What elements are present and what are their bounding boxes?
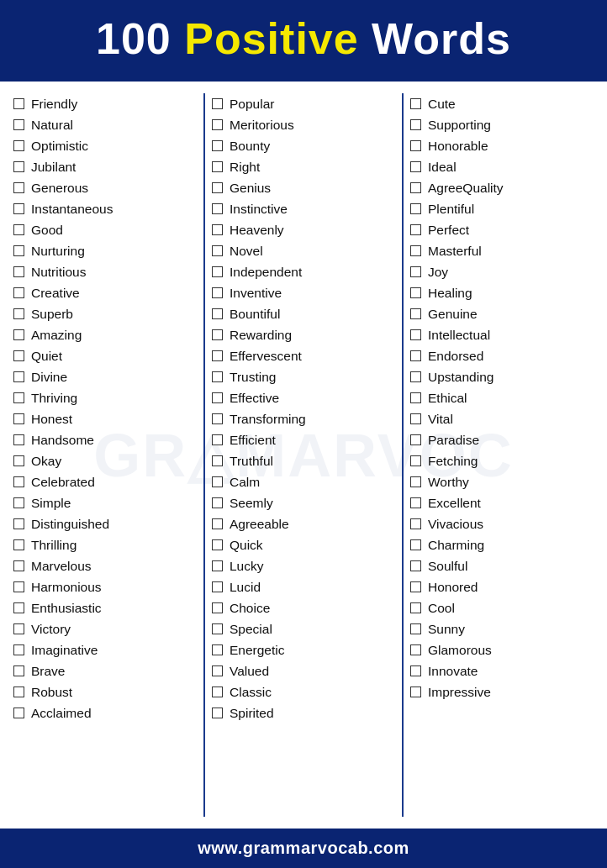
- checkbox-icon[interactable]: [410, 203, 421, 214]
- checkbox-icon[interactable]: [13, 518, 24, 529]
- checkbox-icon[interactable]: [410, 602, 421, 613]
- checkbox-icon[interactable]: [410, 434, 421, 445]
- checkbox-icon[interactable]: [410, 245, 421, 256]
- checkbox-icon[interactable]: [212, 287, 223, 298]
- checkbox-icon[interactable]: [212, 455, 223, 466]
- checkbox-icon[interactable]: [13, 287, 24, 298]
- checkbox-icon[interactable]: [13, 371, 24, 382]
- list-item: Honorable: [409, 135, 595, 156]
- checkbox-icon[interactable]: [13, 140, 24, 151]
- checkbox-icon[interactable]: [13, 350, 24, 361]
- checkbox-icon[interactable]: [410, 623, 421, 634]
- list-item: Efficient: [210, 429, 397, 450]
- checkbox-icon[interactable]: [410, 182, 421, 193]
- checkbox-icon[interactable]: [212, 623, 223, 634]
- checkbox-icon[interactable]: [410, 140, 421, 151]
- checkbox-icon[interactable]: [13, 560, 24, 571]
- checkbox-icon[interactable]: [410, 518, 421, 529]
- checkbox-icon[interactable]: [13, 224, 24, 235]
- checkbox-icon[interactable]: [212, 708, 223, 718]
- checkbox-icon[interactable]: [410, 413, 421, 424]
- checkbox-icon[interactable]: [410, 119, 421, 130]
- checkbox-icon[interactable]: [13, 161, 24, 172]
- checkbox-icon[interactable]: [410, 539, 421, 550]
- checkbox-icon[interactable]: [410, 665, 421, 676]
- word-label: Vivacious: [428, 517, 483, 532]
- list-item: Thrilling: [12, 534, 198, 555]
- checkbox-icon[interactable]: [13, 687, 24, 697]
- checkbox-icon[interactable]: [13, 413, 24, 424]
- checkbox-icon[interactable]: [212, 203, 223, 214]
- checkbox-icon[interactable]: [212, 245, 223, 256]
- checkbox-icon[interactable]: [13, 665, 24, 676]
- checkbox-icon[interactable]: [212, 497, 223, 508]
- checkbox-icon[interactable]: [410, 560, 421, 571]
- checkbox-icon[interactable]: [13, 581, 24, 592]
- checkbox-icon[interactable]: [13, 245, 24, 256]
- checkbox-icon[interactable]: [212, 581, 223, 592]
- checkbox-icon[interactable]: [410, 161, 421, 172]
- checkbox-icon[interactable]: [410, 308, 421, 319]
- list-item: Healing: [409, 282, 595, 303]
- checkbox-icon[interactable]: [13, 182, 24, 193]
- checkbox-icon[interactable]: [13, 308, 24, 319]
- checkbox-icon[interactable]: [13, 602, 24, 613]
- checkbox-icon[interactable]: [13, 329, 24, 340]
- checkbox-icon[interactable]: [410, 224, 421, 235]
- checkbox-icon[interactable]: [212, 539, 223, 550]
- checkbox-icon[interactable]: [212, 140, 223, 151]
- list-item: Lucid: [210, 576, 397, 597]
- checkbox-icon[interactable]: [212, 644, 223, 655]
- checkbox-icon[interactable]: [13, 266, 24, 277]
- list-item: Fetching: [409, 450, 595, 471]
- checkbox-icon[interactable]: [212, 434, 223, 445]
- checkbox-icon[interactable]: [410, 581, 421, 592]
- checkbox-icon[interactable]: [212, 371, 223, 382]
- checkbox-icon[interactable]: [13, 644, 24, 655]
- checkbox-icon[interactable]: [212, 161, 223, 172]
- list-item: Glamorous: [409, 639, 595, 660]
- checkbox-icon[interactable]: [410, 329, 421, 340]
- checkbox-icon[interactable]: [410, 392, 421, 403]
- checkbox-icon[interactable]: [13, 434, 24, 445]
- checkbox-icon[interactable]: [212, 182, 223, 193]
- checkbox-icon[interactable]: [212, 392, 223, 403]
- checkbox-icon[interactable]: [410, 644, 421, 655]
- checkbox-icon[interactable]: [13, 476, 24, 487]
- checkbox-icon[interactable]: [212, 665, 223, 676]
- checkbox-icon[interactable]: [13, 392, 24, 403]
- checkbox-icon[interactable]: [212, 518, 223, 529]
- checkbox-icon[interactable]: [212, 98, 223, 109]
- checkbox-icon[interactable]: [13, 539, 24, 550]
- checkbox-icon[interactable]: [212, 308, 223, 319]
- word-label: Ethical: [428, 391, 467, 406]
- checkbox-icon[interactable]: [212, 476, 223, 487]
- checkbox-icon[interactable]: [212, 602, 223, 613]
- checkbox-icon[interactable]: [13, 98, 24, 109]
- checkbox-icon[interactable]: [410, 266, 421, 277]
- checkbox-icon[interactable]: [212, 413, 223, 424]
- checkbox-icon[interactable]: [410, 98, 421, 109]
- checkbox-icon[interactable]: [13, 455, 24, 466]
- word-label: Supporting: [428, 118, 491, 133]
- checkbox-icon[interactable]: [13, 203, 24, 214]
- checkbox-icon[interactable]: [212, 687, 223, 697]
- checkbox-icon[interactable]: [212, 329, 223, 340]
- checkbox-icon[interactable]: [212, 119, 223, 130]
- checkbox-icon[interactable]: [410, 287, 421, 298]
- checkbox-icon[interactable]: [13, 623, 24, 634]
- checkbox-icon[interactable]: [212, 224, 223, 235]
- checkbox-icon[interactable]: [410, 497, 421, 508]
- checkbox-icon[interactable]: [410, 476, 421, 487]
- checkbox-icon[interactable]: [13, 119, 24, 130]
- checkbox-icon[interactable]: [212, 350, 223, 361]
- checkbox-icon[interactable]: [212, 266, 223, 277]
- list-item: Quick: [210, 534, 397, 555]
- checkbox-icon[interactable]: [13, 708, 24, 718]
- checkbox-icon[interactable]: [410, 687, 421, 697]
- checkbox-icon[interactable]: [212, 560, 223, 571]
- checkbox-icon[interactable]: [13, 497, 24, 508]
- checkbox-icon[interactable]: [410, 371, 421, 382]
- checkbox-icon[interactable]: [410, 350, 421, 361]
- checkbox-icon[interactable]: [410, 455, 421, 466]
